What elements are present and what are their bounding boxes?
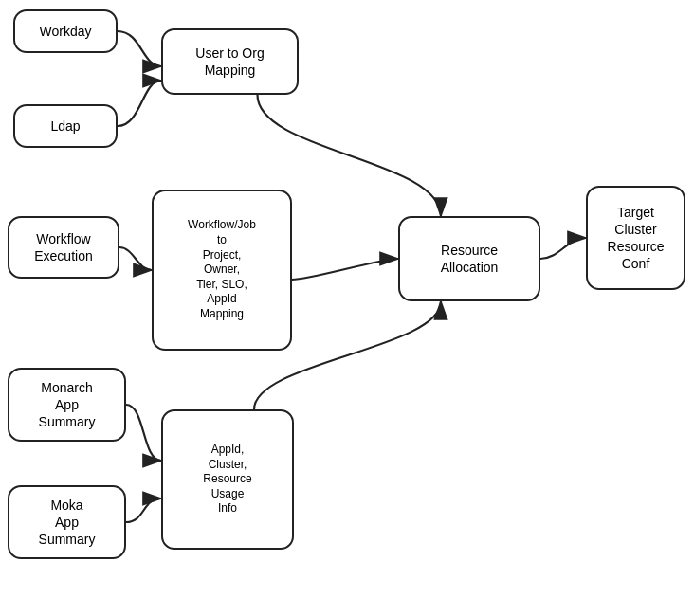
node-workflowExecution: Workflow Execution: [8, 216, 119, 279]
node-userOrgMapping: User to Org Mapping: [161, 28, 299, 95]
node-workflowJobMapping: Workflow/Job to Project, Owner, Tier, SL…: [152, 190, 292, 351]
node-ldap: Ldap: [13, 104, 118, 148]
node-mokaAppSummary: Moka App Summary: [8, 485, 126, 559]
node-monarchAppSummary: Monarch App Summary: [8, 368, 126, 442]
node-targetCluster: Target Cluster Resource Conf: [586, 186, 685, 290]
node-appIdClusterInfo: AppId, Cluster, Resource Usage Info: [161, 409, 294, 550]
node-workday: Workday: [13, 9, 118, 53]
diagram: WorkdayLdapUser to Org MappingWorkflow E…: [0, 0, 694, 616]
node-resourceAllocation: Resource Allocation: [398, 216, 540, 301]
